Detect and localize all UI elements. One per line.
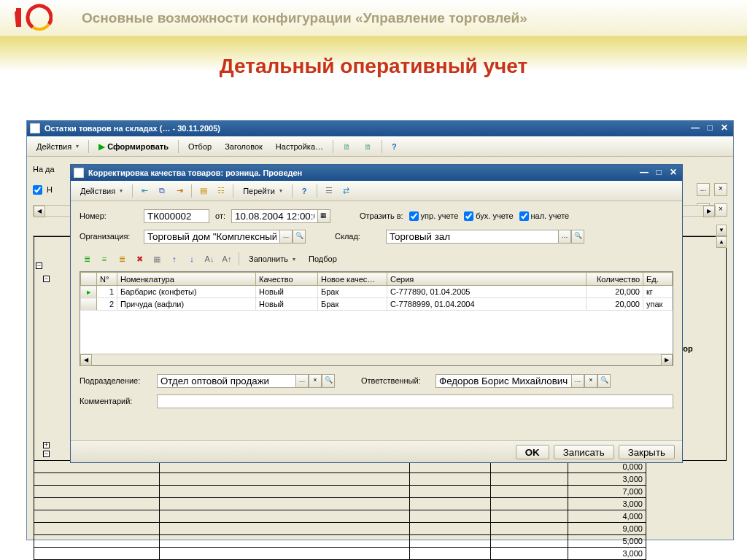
selection-button[interactable]: Подбор: [303, 252, 342, 265]
col-unit[interactable]: Ед.: [643, 273, 673, 286]
chk-nal[interactable]: нал. учете: [519, 211, 570, 221]
col-qual[interactable]: Качество: [256, 273, 318, 286]
scroll-left[interactable]: ◀: [34, 206, 45, 217]
minimize-button[interactable]: —: [638, 168, 650, 178]
col-newq[interactable]: Новое качес…: [318, 273, 387, 286]
scroll-right[interactable]: ▶: [703, 206, 715, 217]
comment-field[interactable]: [157, 394, 673, 408]
maximize-button[interactable]: □: [653, 168, 665, 178]
help-button[interactable]: ?: [297, 184, 312, 198]
header-button[interactable]: Заголовок: [220, 140, 268, 153]
resp-field[interactable]: [436, 374, 571, 388]
add-row-icon[interactable]: ≣: [80, 252, 94, 266]
dept-field[interactable]: [157, 374, 295, 388]
chk-buh[interactable]: бух. учете: [464, 211, 513, 221]
sort-desc-icon[interactable]: A↑: [220, 252, 234, 266]
close-button[interactable]: Закрыть: [619, 445, 675, 459]
play-icon: ▶: [98, 141, 105, 152]
list-icon[interactable]: ☰: [322, 184, 336, 198]
report-row[interactable]: 7,000: [34, 486, 727, 498]
warehouse-field[interactable]: [386, 230, 558, 244]
number-field[interactable]: [144, 209, 209, 223]
slide-header-text: Основные возможности конфигурации «Управ…: [82, 10, 527, 26]
date-field[interactable]: [231, 209, 317, 223]
report-row[interactable]: 4,000: [34, 510, 727, 523]
select-button[interactable]: …: [558, 230, 571, 244]
grid-row[interactable]: ▸1Барбарис (конфеты)НовыйБракС-777890, 0…: [81, 286, 673, 298]
scroll-right[interactable]: ▶: [661, 354, 673, 366]
ok-button[interactable]: OK: [516, 445, 549, 459]
label-n: Н: [47, 185, 53, 194]
scroll-up[interactable]: ▲: [716, 236, 727, 248]
basedon-icon[interactable]: ▤: [196, 184, 211, 198]
chk-upr[interactable]: упр. учете: [409, 211, 459, 221]
help-button[interactable]: ?: [387, 140, 402, 153]
maximize-button[interactable]: □: [704, 123, 716, 133]
search-icon[interactable]: 🔍: [571, 230, 584, 244]
report-row[interactable]: 3,000: [34, 548, 727, 560]
search-icon[interactable]: 🔍: [597, 374, 611, 388]
tree-collapse-icon[interactable]: −: [36, 262, 42, 269]
report-row[interactable]: 5,000: [34, 535, 727, 548]
report-row[interactable]: 3,000: [34, 473, 727, 486]
fill-menu[interactable]: Заполнить: [244, 252, 301, 265]
scroll-left[interactable]: ◀: [80, 354, 92, 366]
select-button[interactable]: …: [571, 374, 584, 388]
minimize-button[interactable]: —: [689, 123, 701, 133]
window-icon: [30, 123, 40, 133]
col-qty[interactable]: Количество: [587, 273, 643, 286]
tree-expand-icon[interactable]: +: [43, 442, 50, 448]
clear-button[interactable]: ×: [309, 374, 322, 388]
tree-collapse-icon[interactable]: −: [43, 276, 50, 282]
move-up-icon[interactable]: ↑: [167, 252, 182, 266]
filter-button[interactable]: Отбор: [183, 140, 217, 153]
structure-icon[interactable]: ☷: [214, 184, 228, 198]
goto-menu[interactable]: Перейти: [238, 184, 287, 198]
clear-button[interactable]: ×: [714, 203, 727, 217]
comment-label: Комментарий:: [80, 397, 151, 405]
report-row[interactable]: 3,000: [34, 498, 727, 510]
save-icon[interactable]: ⧉: [155, 184, 169, 198]
insert-row-icon[interactable]: ≡: [97, 252, 112, 266]
grid-scrollbar[interactable]: ◀ ▶: [80, 354, 673, 365]
close-button[interactable]: ✕: [667, 168, 679, 178]
items-grid[interactable]: N° Номенклатура Качество Новое качес… Се…: [80, 271, 673, 366]
copy-row-icon[interactable]: ≣: [115, 252, 129, 266]
post-icon[interactable]: ⇤: [137, 184, 152, 198]
scrollbar-vertical[interactable]: ▲ ▼: [716, 236, 727, 237]
search-icon[interactable]: 🔍: [293, 230, 306, 244]
col-rowind[interactable]: [81, 273, 97, 286]
clear-button[interactable]: ×: [714, 183, 727, 196]
titlebar[interactable]: Корректировка качества товаров: розница.…: [71, 165, 682, 181]
edit-row-icon[interactable]: ▦: [150, 252, 164, 266]
tree-collapse-icon[interactable]: −: [43, 451, 50, 457]
calendar-icon[interactable]: ▦: [317, 209, 330, 223]
checkbox-n[interactable]: [33, 185, 42, 195]
col-nom[interactable]: Номенклатура: [117, 273, 256, 286]
col-n[interactable]: N°: [97, 273, 117, 286]
move-down-icon[interactable]: ↓: [185, 252, 199, 266]
col-ser[interactable]: Серия: [387, 273, 587, 286]
scroll-down[interactable]: ▼: [716, 225, 727, 236]
clear-button[interactable]: ×: [584, 374, 597, 388]
tool-icon-2[interactable]: 🗎: [359, 140, 377, 153]
close-button[interactable]: ✕: [719, 123, 730, 133]
sort-asc-icon[interactable]: A↓: [202, 252, 217, 266]
search-icon[interactable]: 🔍: [322, 374, 335, 388]
undo-post-icon[interactable]: ⇥: [172, 184, 187, 198]
actions-menu[interactable]: Действия: [75, 184, 128, 198]
report-row[interactable]: 9,000: [34, 523, 727, 535]
ellipsis-button[interactable]: ...: [697, 183, 710, 196]
actions-menu[interactable]: Действия: [31, 140, 84, 153]
tool-icon-1[interactable]: 🗎: [338, 140, 356, 153]
settings-button[interactable]: Настройка…: [271, 140, 328, 153]
form-button[interactable]: ▶Сформировать: [93, 139, 174, 154]
grid-row[interactable]: 2Причуда (вафли)НовыйБракС-7788999, 01.0…: [81, 298, 673, 311]
delete-row-icon[interactable]: ✖: [132, 252, 147, 266]
save-button[interactable]: Записать: [554, 445, 614, 459]
select-button[interactable]: …: [295, 374, 309, 388]
titlebar[interactable]: Остатки товаров на складах (… - 30.11.20…: [27, 120, 733, 136]
tree-icon[interactable]: ⇄: [339, 184, 354, 198]
select-button[interactable]: …: [279, 230, 293, 244]
org-field[interactable]: [144, 230, 279, 244]
